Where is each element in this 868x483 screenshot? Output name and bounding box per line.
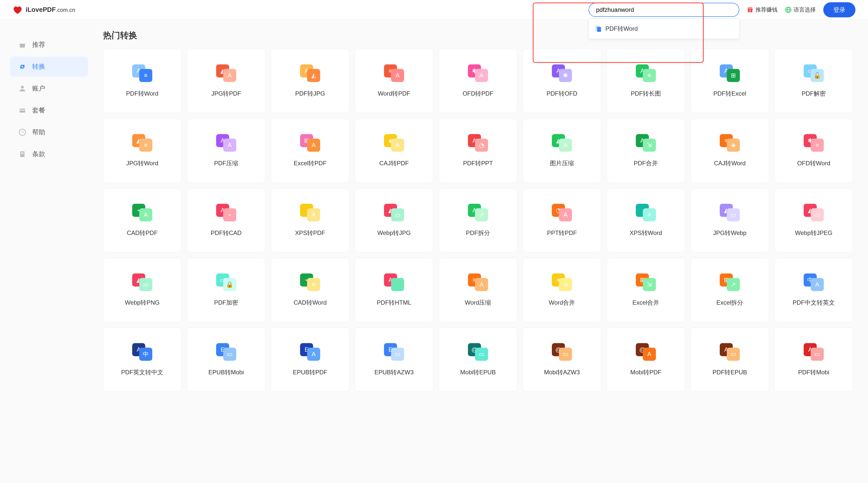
tool-icon: ✱≡ — [804, 134, 824, 152]
tool-card[interactable]: A≡PDF转长图 — [607, 49, 685, 113]
tool-card[interactable]: ▭🔓PDF解密 — [775, 49, 853, 113]
sidebar-label: 账户 — [32, 84, 45, 93]
tool-card[interactable]: ≡◈CAJ转Word — [690, 118, 769, 182]
tool-icon: ≡A — [468, 274, 488, 291]
tool-card[interactable]: APDF转HTML — [355, 258, 433, 322]
tool-card[interactable]: ≡AWord压缩 — [439, 258, 517, 322]
document-icon — [595, 25, 602, 32]
search-input[interactable] — [589, 3, 739, 17]
tool-card[interactable]: A✱PDF转OFD — [523, 49, 601, 113]
tool-label: CAD转PDF — [127, 229, 158, 237]
tool-label: Excel拆分 — [716, 299, 743, 307]
tool-icon: @▭ — [468, 343, 488, 361]
sidebar-item-doc[interactable]: 条款 — [10, 144, 88, 164]
tool-label: Excel转PDF — [294, 159, 327, 167]
globe-icon — [785, 6, 792, 13]
section-title: 热门转换 — [103, 30, 853, 41]
logo[interactable]: iLovePDF.com.cn — [12, 5, 75, 15]
login-button[interactable]: 登录 — [823, 2, 856, 17]
tool-label: CAJ转PDF — [379, 159, 409, 167]
tool-card[interactable]: ⌁≡CAD转Word — [271, 258, 349, 322]
sidebar-item-user[interactable]: 账户 — [10, 79, 88, 98]
tool-card[interactable]: ◭A图片压缩 — [523, 118, 601, 182]
tool-card[interactable]: ⌁ACAD转PDF — [103, 188, 181, 252]
tool-card[interactable]: A◔PDF转PPT — [439, 118, 517, 182]
tool-card[interactable]: ◭AJPG转PDF — [187, 49, 266, 113]
tool-card[interactable]: ◔APPT转PDF — [523, 188, 601, 252]
tool-card[interactable]: EAEPUB转PDF — [271, 328, 349, 392]
tool-card[interactable]: A▭PDF转Mobi — [775, 328, 853, 392]
sidebar-item-refresh[interactable]: 转换 — [10, 57, 88, 77]
tool-card[interactable]: ◭▭Webp转JPEG — [775, 188, 853, 252]
tool-card[interactable]: @AMobi转PDF — [607, 328, 685, 392]
tool-card[interactable]: A◭PDF转JPG — [271, 49, 349, 113]
tool-card[interactable]: ◈ACAJ转PDF — [355, 118, 433, 182]
tool-card[interactable]: A↗PDF拆分 — [439, 188, 517, 252]
tool-card[interactable]: ▭🔒PDF加密 — [187, 258, 266, 322]
tool-icon: ◭▭ — [720, 204, 740, 221]
recommend-link[interactable]: 推荐赚钱 — [747, 6, 778, 13]
tool-label: PDF转Excel — [713, 90, 746, 97]
tool-card[interactable]: A⇲PDF合并 — [607, 118, 685, 182]
tool-label: EPUB转Mobi — [208, 368, 244, 376]
tool-icon: A◭ — [300, 64, 320, 82]
tool-icon: ◭A — [216, 64, 236, 82]
sidebar-item-card[interactable]: 套餐 — [10, 101, 88, 120]
tool-card[interactable]: @▭Mobi转AZW3 — [523, 328, 601, 392]
tool-label: PDF转PPT — [463, 159, 493, 167]
tool-label: PDF加密 — [214, 299, 238, 307]
tool-icon: E▭ — [384, 343, 404, 361]
sidebar-label: 转换 — [32, 62, 45, 71]
svg-point-5 — [748, 7, 750, 9]
tool-card[interactable]: ◭▭Webp转PNG — [103, 258, 181, 322]
tool-card[interactable]: ⊞↗Excel拆分 — [690, 258, 769, 322]
tool-card[interactable]: ≡AWord转PDF — [355, 49, 433, 113]
user-icon — [19, 85, 26, 92]
tool-icon: ▭🔒 — [216, 274, 236, 291]
tool-card[interactable]: ✱AOFD转PDF — [439, 49, 517, 113]
tool-label: Word压缩 — [465, 299, 491, 307]
tool-card[interactable]: ≡⇲Word合并 — [523, 258, 601, 322]
language-link[interactable]: 语言选择 — [785, 6, 816, 13]
tool-label: PDF转Word — [126, 90, 159, 97]
tool-card[interactable]: 中APDF中文转英文 — [775, 258, 853, 322]
tool-icon: ⌁≡ — [300, 274, 320, 291]
sidebar-item-help[interactable]: ?帮助 — [10, 122, 88, 142]
tool-label: OFD转Word — [797, 159, 830, 167]
tool-icon: ◈A — [384, 134, 404, 152]
tool-card[interactable]: A中PDF英文转中文 — [103, 328, 181, 392]
help-icon: ? — [19, 129, 26, 136]
tool-card[interactable]: E▭EPUB转Mobi — [187, 328, 266, 392]
gift-icon — [747, 6, 753, 13]
tool-icon: ✱A — [468, 64, 488, 82]
tool-card[interactable]: A⌁PDF转CAD — [187, 188, 266, 252]
tool-card[interactable]: ⊞AExcel转PDF — [271, 118, 349, 182]
tool-card[interactable]: ⊞⇲Excel合并 — [607, 258, 685, 322]
tool-card[interactable]: AXPS转PDF — [271, 188, 349, 252]
tool-label: Excel合并 — [632, 299, 659, 307]
header: iLovePDF.com.cn PDF转Word 推荐赚钱 语言选择 登录 — [0, 0, 868, 20]
tool-card[interactable]: A≡PDF转Word — [103, 49, 181, 113]
tool-card[interactable]: ◭≡JPG转Word — [103, 118, 181, 182]
tool-card[interactable]: ≡XPS转Word — [607, 188, 685, 252]
tool-card[interactable]: A⊞PDF转Excel — [690, 49, 769, 113]
svg-rect-14 — [20, 110, 25, 110]
heart-icon — [12, 5, 23, 15]
svg-text:?: ? — [21, 130, 24, 135]
tool-card[interactable]: AAPDF压缩 — [187, 118, 266, 182]
tool-label: Webp转JPG — [377, 229, 411, 237]
tool-icon: ◭≡ — [132, 134, 152, 152]
search-suggest-item[interactable]: PDF转Word — [589, 21, 739, 36]
tool-card[interactable]: ◭▭JPG转Webp — [690, 188, 769, 252]
tool-label: PDF中文转英文 — [793, 299, 835, 307]
tool-card[interactable]: @▭Mobi转EPUB — [439, 328, 517, 392]
tool-card[interactable]: E▭EPUB转AZW3 — [355, 328, 433, 392]
sidebar-item-gift[interactable]: 推荐 — [10, 35, 88, 55]
tool-label: CAD转Word — [293, 299, 327, 307]
tool-icon: A▭ — [720, 343, 740, 361]
tool-icon: ⊞⇲ — [636, 274, 656, 291]
tool-card[interactable]: A▭PDF转EPUB — [690, 328, 769, 392]
svg-rect-11 — [20, 45, 25, 48]
tool-card[interactable]: ✱≡OFD转Word — [775, 118, 853, 182]
tool-card[interactable]: ◭▭Webp转JPG — [355, 188, 433, 252]
